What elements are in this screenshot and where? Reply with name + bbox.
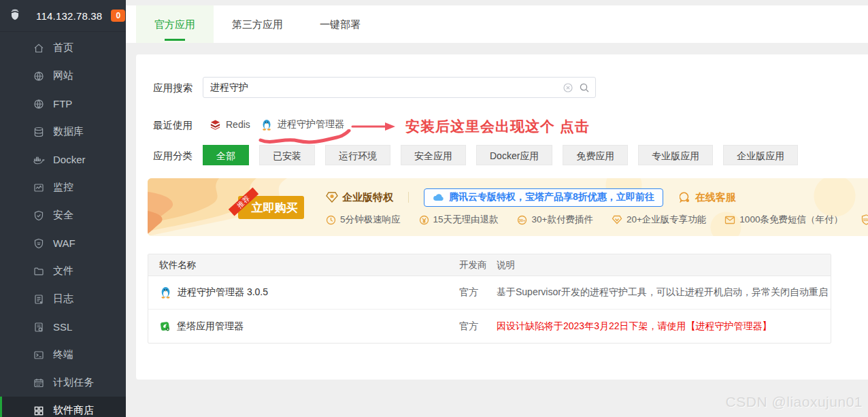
home-icon [33, 42, 45, 54]
benefit-features: 20+企业版专享功能 [612, 214, 706, 226]
table-row-bt-app-manager[interactable]: 堡塔应用管理器 官方 因设计缺陷将于2023年3月22日下架，请使用【进程守护管… [148, 310, 831, 343]
sidebar-item-app-store[interactable]: 软件商店 [0, 397, 126, 417]
table-row-process-guard[interactable]: 进程守护管理器 3.0.5 官方 基于Supervisor开发的进程守护工具，可… [148, 276, 831, 310]
sidebar-item-label: FTP [53, 98, 72, 110]
terminal-icon [33, 349, 45, 361]
benefit-sms: 1000条免费短信（年付） [724, 214, 843, 226]
banner-divider [408, 192, 409, 203]
shield-check-icon [33, 210, 45, 222]
sidebar-item-label: 计划任务 [53, 376, 94, 389]
globe-icon [33, 70, 45, 82]
chat-icon [680, 192, 691, 203]
sidebar-item-label: 终端 [53, 348, 73, 361]
online-support-link[interactable]: 在线客服 [680, 191, 736, 204]
tab-third-party-apps[interactable]: 第三方应用 [214, 5, 301, 43]
sidebar-item-label: 数据库 [53, 125, 84, 138]
col-description: 说明 [497, 259, 831, 271]
certificate-icon [33, 321, 45, 333]
search-label: 应用搜索 [153, 82, 193, 95]
software-description-warning: 因设计缺陷将于2023年3月22日下架，请使用【进程守护管理器】 [497, 320, 831, 333]
redis-icon [210, 119, 221, 131]
software-table: 软件名称 开发商 说明 进程守护管理器 3.0.5 官方 基于Superviso… [148, 254, 831, 344]
sidebar-item-docker[interactable]: Docker [0, 146, 126, 173]
table-header: 软件名称 开发商 说明 [148, 254, 831, 276]
app-store-tabbar: 官方应用 第三方应用 一键部署 [126, 5, 868, 43]
category-free-button[interactable]: 免费应用 [563, 145, 628, 165]
search-icon[interactable] [579, 82, 590, 93]
shield-icon [33, 237, 45, 250]
cloud-icon [433, 193, 445, 202]
svg-text:SSL: SSL [863, 218, 868, 222]
ssl-badge-icon: SSL [861, 214, 868, 225]
banner-benefits-row: 5分钟极速响应 15天无理由退款 30+ 30+款付费插件 20+企业版专享功能… [326, 213, 868, 227]
thirty-plus-icon: 30+ [517, 215, 528, 225]
sidebar-item-ftp[interactable]: FTP [0, 90, 126, 118]
app-search-box [203, 77, 596, 98]
sidebar-item-security[interactable]: 安全 [0, 201, 126, 229]
sidebar-item-label: 软件商店 [53, 404, 94, 417]
enterprise-privilege-title: 企业版特权 [326, 191, 393, 204]
category-runtime-button[interactable]: 运行环境 [325, 145, 390, 165]
sidebar: 114.132.78.38 0 首页 网站 FTP 数据库 Docker 监控 [0, 0, 126, 417]
sidebar-nav: 首页 网站 FTP 数据库 Docker 监控 安全 WAF [0, 32, 126, 417]
clock-icon [326, 215, 336, 225]
tencent-cloud-link[interactable]: 腾讯云专版特权，宝塔产品享8折优惠，立即前往 [424, 188, 663, 207]
sidebar-item-database[interactable]: 数据库 [0, 118, 126, 146]
category-enterprise-button[interactable]: 企业版应用 [723, 145, 798, 165]
sidebar-item-label: 安全 [53, 209, 73, 222]
category-docker-button[interactable]: Docker应用 [476, 145, 552, 165]
category-security-button[interactable]: 安全应用 [401, 145, 466, 165]
enterprise-promo-banner: 立即购买 推荐 企业版特权 腾讯云专版特权，宝塔产品享8折优惠，立即前往 [148, 178, 868, 236]
software-description: 基于Supervisor开发的进程守护工具，可以让进程开机启动，异常关闭自动重启 [497, 286, 831, 299]
grid-icon [33, 405, 45, 417]
software-name: 堡塔应用管理器 [177, 320, 244, 333]
col-software-name: 软件名称 [148, 259, 459, 271]
globe-icon [33, 98, 45, 110]
recent-app-name: Redis [226, 119, 250, 130]
diamond-icon [612, 215, 622, 224]
app-manager-icon [159, 320, 171, 333]
csdn-watermark: CSDN @liaoxujun01 [726, 394, 863, 410]
sidebar-item-label: 文件 [53, 265, 73, 278]
software-developer: 官方 [459, 286, 497, 299]
sidebar-item-logs[interactable]: 日志 [0, 285, 126, 313]
sidebar-item-ssl[interactable]: SSL [0, 313, 126, 341]
tab-one-click-deploy[interactable]: 一键部署 [301, 5, 379, 43]
tux-icon [159, 286, 172, 299]
category-installed-button[interactable]: 已安装 [259, 145, 315, 165]
sidebar-item-waf[interactable]: WAF [0, 229, 126, 257]
sidebar-item-home[interactable]: 首页 [0, 34, 126, 62]
category-all-button[interactable]: 全部 [203, 145, 249, 165]
notification-badge[interactable]: 0 [111, 10, 125, 22]
tab-official-apps[interactable]: 官方应用 [136, 5, 214, 43]
shield-logo-icon [9, 9, 22, 22]
category-label: 应用分类 [153, 150, 193, 163]
monitor-chart-icon [33, 182, 45, 194]
sidebar-item-label: 首页 [53, 41, 73, 54]
sidebar-item-files[interactable]: 文件 [0, 257, 126, 285]
sidebar-item-label: SSL [53, 321, 72, 333]
clear-icon[interactable] [563, 82, 573, 93]
benefit-refund: 15天无理由退款 [419, 214, 499, 226]
recent-app-redis[interactable]: Redis [210, 117, 250, 132]
software-developer: 官方 [459, 320, 497, 333]
docker-icon [33, 154, 45, 166]
sidebar-item-label: WAF [53, 237, 76, 249]
category-pro-button[interactable]: 专业版应用 [638, 145, 713, 165]
search-input[interactable] [203, 82, 563, 93]
refund-icon [419, 215, 429, 225]
app-store-panel: 应用搜索 最近使用 Redis 进程守护管理器 安装后这里会出现这个 点击 应用… [136, 54, 868, 380]
server-ip: 114.132.78.38 [36, 10, 102, 22]
log-file-icon [33, 293, 45, 305]
benefit-ssl: SSL 2张SSL商用证 [861, 214, 868, 226]
benefit-response: 5分钟极速响应 [326, 214, 401, 226]
sidebar-item-cron[interactable]: 计划任务 [0, 369, 126, 397]
category-filter-row: 全部 已安装 运行环境 安全应用 Docker应用 免费应用 专业版应用 企业版… [203, 145, 798, 165]
svg-text:30+: 30+ [518, 218, 526, 222]
sidebar-item-monitor[interactable]: 监控 [0, 173, 126, 201]
sidebar-item-website[interactable]: 网站 [0, 62, 126, 90]
sidebar-item-label: 日志 [53, 293, 73, 305]
sidebar-item-terminal[interactable]: 终端 [0, 341, 126, 369]
software-name: 进程守护管理器 3.0.5 [178, 286, 268, 299]
banner-row-top: 企业版特权 腾讯云专版特权，宝塔产品享8折优惠，立即前往 在线客服 [326, 188, 736, 207]
